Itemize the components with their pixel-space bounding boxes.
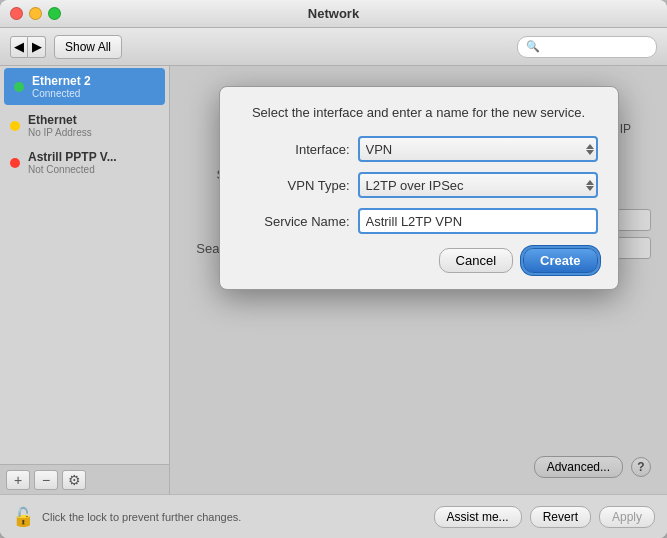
create-button[interactable]: Create [523, 248, 597, 273]
modal-title: Select the interface and enter a name fo… [240, 105, 598, 120]
vpn-type-select-wrapper: L2TP over IPSec PPTP IPSec [358, 172, 598, 198]
service-name-row: Service Name: Astrill L2TP VPN [240, 208, 598, 234]
vpn-type-label: VPN Type: [240, 178, 350, 193]
traffic-lights [10, 7, 61, 20]
sidebar-list: Ethernet 2 Connected Ethernet No IP Addr… [0, 66, 169, 464]
item-name: Ethernet 2 [32, 74, 91, 88]
item-subtitle: Not Connected [28, 164, 117, 175]
nav-buttons: ◀ ▶ [10, 36, 46, 58]
vpn-type-row: VPN Type: L2TP over IPSec PPTP IPSec [240, 172, 598, 198]
interface-row: Interface: VPN Ethernet Wi-Fi [240, 136, 598, 162]
titlebar: Network [0, 0, 667, 28]
vpn-type-select[interactable]: L2TP over IPSec PPTP IPSec [358, 172, 598, 198]
sidebar-item-ethernet2[interactable]: Ethernet 2 Connected [4, 68, 165, 105]
item-name: Ethernet [28, 113, 92, 127]
remove-service-button[interactable]: − [34, 470, 58, 490]
minimize-button[interactable] [29, 7, 42, 20]
search-icon: 🔍 [526, 40, 540, 53]
toolbar: ◀ ▶ Show All 🔍 [0, 28, 667, 66]
item-subtitle: Connected [32, 88, 91, 99]
interface-select[interactable]: VPN Ethernet Wi-Fi [358, 136, 598, 162]
show-all-button[interactable]: Show All [54, 35, 122, 59]
sidebar: Ethernet 2 Connected Ethernet No IP Addr… [0, 66, 170, 494]
sidebar-item-astrill-pptp[interactable]: Astrill PPTP V... Not Connected [0, 144, 169, 181]
lock-icon[interactable]: 🔓 [12, 506, 34, 528]
new-service-modal: Select the interface and enter a name fo… [219, 86, 619, 290]
content-panel: has the IP IP Address: 192.168.72.128 Su… [170, 66, 667, 494]
search-input[interactable] [544, 40, 648, 54]
network-window: Network ◀ ▶ Show All 🔍 Ethernet 2 Connec… [0, 0, 667, 538]
cancel-button[interactable]: Cancel [439, 248, 513, 273]
service-name-input[interactable]: Astrill L2TP VPN [358, 208, 598, 234]
revert-button[interactable]: Revert [530, 506, 591, 528]
window-title: Network [308, 6, 359, 21]
modal-buttons: Cancel Create [240, 248, 598, 273]
forward-button[interactable]: ▶ [28, 36, 46, 58]
interface-label: Interface: [240, 142, 350, 157]
status-bar: 🔓 Click the lock to prevent further chan… [0, 494, 667, 538]
back-button[interactable]: ◀ [10, 36, 28, 58]
status-dot-green [14, 82, 24, 92]
interface-select-wrapper: VPN Ethernet Wi-Fi [358, 136, 598, 162]
apply-button[interactable]: Apply [599, 506, 655, 528]
maximize-button[interactable] [48, 7, 61, 20]
gear-button[interactable]: ⚙ [62, 470, 86, 490]
service-name-label: Service Name: [240, 214, 350, 229]
status-dot-red [10, 158, 20, 168]
sidebar-toolbar: + − ⚙ [0, 464, 169, 494]
add-service-button[interactable]: + [6, 470, 30, 490]
status-dot-yellow [10, 121, 20, 131]
status-text: Click the lock to prevent further change… [42, 511, 426, 523]
assist-button[interactable]: Assist me... [434, 506, 522, 528]
sidebar-item-ethernet[interactable]: Ethernet No IP Address [0, 107, 169, 144]
modal-overlay: Select the interface and enter a name fo… [170, 66, 667, 494]
main-content: Ethernet 2 Connected Ethernet No IP Addr… [0, 66, 667, 494]
search-box: 🔍 [517, 36, 657, 58]
item-name: Astrill PPTP V... [28, 150, 117, 164]
item-subtitle: No IP Address [28, 127, 92, 138]
close-button[interactable] [10, 7, 23, 20]
